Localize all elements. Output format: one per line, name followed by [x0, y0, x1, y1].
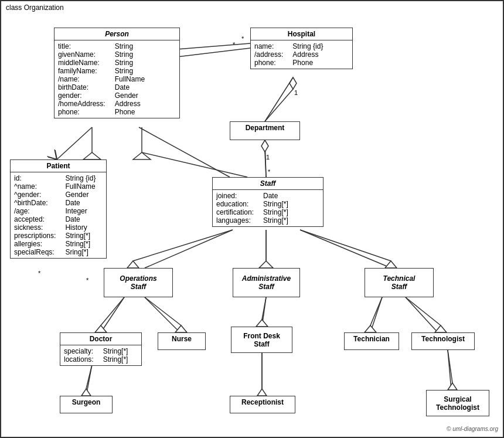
- person-attr-types: StringStringStringStringFullNameDateGend…: [115, 42, 145, 116]
- svg-line-1: [139, 127, 230, 177]
- svg-line-8: [101, 297, 124, 332]
- svg-line-2: [265, 77, 293, 121]
- svg-line-34: [370, 297, 382, 325]
- svg-line-7: [300, 230, 391, 268]
- staff-attr-names: joined:education:certification:languages…: [216, 192, 254, 225]
- nurse-header: Nurse: [158, 333, 205, 345]
- hospital-header: Hospital: [251, 28, 352, 40]
- svg-marker-31: [256, 320, 268, 327]
- technologist-header: Technologist: [412, 333, 474, 345]
- surgical-technologist-class: SurgicalTechnologist: [426, 390, 489, 416]
- person-attr-names: title:givenName:middleName:familyName:/n…: [58, 42, 105, 116]
- svg-text:*: *: [233, 41, 236, 48]
- doctor-body: specialty:locations: String[*]String[*]: [60, 345, 141, 365]
- svg-line-13: [86, 365, 92, 396]
- admin-staff-class: AdministrativeStaff: [233, 268, 300, 297]
- svg-text:*: *: [241, 35, 244, 42]
- admin-staff-header: AdministrativeStaff: [233, 273, 299, 293]
- doctor-header: Doctor: [60, 333, 141, 345]
- svg-text:*: *: [86, 277, 89, 284]
- hospital-class: Hospital name:/address:phone: String {id…: [250, 28, 353, 69]
- svg-line-5: [145, 230, 233, 268]
- surgical-technologist-header: SurgicalTechnologist: [427, 393, 489, 413]
- doctor-class: Doctor specialty:locations: String[*]Str…: [60, 332, 142, 366]
- svg-line-10: [262, 297, 266, 327]
- svg-marker-41: [448, 383, 457, 390]
- svg-line-42: [448, 350, 452, 383]
- technician-class: Technician: [344, 332, 399, 350]
- svg-marker-23: [259, 261, 273, 268]
- operations-staff-class: OperationsStaff: [104, 268, 173, 297]
- svg-text:*: *: [268, 168, 271, 175]
- svg-line-22: [133, 230, 233, 261]
- department-class: Department: [230, 121, 300, 140]
- svg-line-20: [142, 152, 247, 177]
- patient-header: Patient: [11, 160, 106, 172]
- svg-marker-39: [257, 389, 267, 396]
- svg-marker-16: [83, 152, 101, 159]
- person-body: title:givenName:middleName:familyName:/n…: [55, 40, 179, 118]
- svg-marker-25: [385, 261, 397, 268]
- svg-line-38: [86, 365, 92, 389]
- front-desk-header: Front DeskStaff: [231, 330, 292, 350]
- svg-line-11: [370, 297, 382, 332]
- front-desk-class: Front DeskStaff: [231, 327, 292, 353]
- svg-marker-27: [95, 325, 107, 332]
- svg-line-46: [265, 152, 266, 177]
- doctor-attr-types: String[*]String[*]: [103, 347, 128, 364]
- svg-line-9: [145, 297, 180, 332]
- doctor-attr-names: specialty:locations:: [64, 347, 94, 364]
- department-header: Department: [230, 122, 299, 134]
- staff-class: Staff joined:education:certification:lan…: [212, 177, 323, 227]
- svg-line-32: [262, 297, 266, 320]
- svg-line-4: [265, 140, 266, 177]
- diagram-container: class Organization: [0, 0, 504, 438]
- person-header: Person: [55, 28, 179, 40]
- svg-text:*: *: [38, 270, 41, 277]
- svg-line-0: [57, 127, 92, 159]
- svg-line-28: [101, 297, 124, 325]
- patient-attr-names: id:^name:^gender:^birthDate:/age:accepte…: [14, 174, 56, 256]
- svg-marker-37: [81, 389, 91, 396]
- technical-staff-header: TechnicalStaff: [365, 273, 433, 293]
- svg-line-47: [177, 43, 250, 49]
- svg-line-3: [177, 48, 250, 57]
- surgeon-class: Surgeon: [60, 396, 113, 413]
- staff-body: joined:education:certification:languages…: [213, 190, 323, 226]
- svg-line-30: [145, 297, 181, 325]
- patient-attr-types: String {id}FullNameGenderDateIntegerDate…: [65, 174, 96, 256]
- svg-marker-29: [175, 325, 187, 332]
- person-class: Person title:givenName:middleName:family…: [54, 28, 180, 118]
- svg-marker-45: [261, 140, 268, 152]
- svg-line-15: [448, 350, 451, 390]
- staff-attr-types: DateString[*]String[*]String[*]: [263, 192, 288, 225]
- surgeon-header: Surgeon: [60, 396, 112, 408]
- svg-marker-18: [133, 152, 151, 159]
- svg-text:1: 1: [266, 154, 270, 161]
- hospital-body: name:/address:phone: String {id}AddressP…: [251, 40, 352, 69]
- diagram-title: class Organization: [6, 4, 64, 12]
- svg-line-36: [406, 297, 441, 325]
- svg-marker-33: [365, 325, 376, 332]
- svg-line-44: [265, 89, 293, 121]
- staff-header: Staff: [213, 178, 323, 190]
- svg-line-26: [300, 230, 391, 261]
- receptionist-class: Receptionist: [230, 396, 295, 413]
- operations-staff-header: OperationsStaff: [104, 273, 172, 293]
- technologist-class: Technologist: [411, 332, 475, 350]
- svg-marker-43: [290, 77, 297, 89]
- copyright: © uml-diagrams.org: [447, 426, 498, 432]
- svg-marker-21: [127, 261, 139, 268]
- hospital-attr-types: String {id}AddressPhone: [292, 42, 323, 67]
- technician-header: Technician: [345, 333, 399, 345]
- svg-text:1: 1: [294, 89, 298, 96]
- nurse-class: Nurse: [158, 332, 206, 350]
- receptionist-header: Receptionist: [230, 396, 295, 408]
- patient-body: id:^name:^gender:^birthDate:/age:accepte…: [11, 172, 106, 258]
- svg-marker-35: [435, 325, 447, 332]
- hospital-attr-names: name:/address:phone:: [254, 42, 283, 67]
- patient-class: Patient id:^name:^gender:^birthDate:/age…: [10, 159, 107, 259]
- technical-staff-class: TechnicalStaff: [365, 268, 434, 297]
- svg-line-12: [406, 297, 438, 332]
